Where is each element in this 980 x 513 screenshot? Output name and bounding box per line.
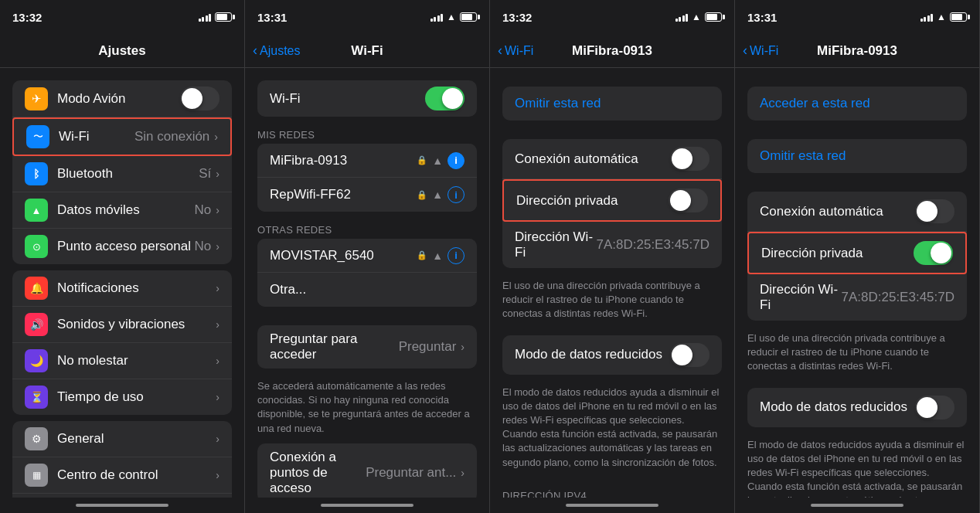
auto-conn-toggle[interactable] [670, 147, 709, 171]
low-data-toggle[interactable] [670, 343, 709, 367]
omit-row-4[interactable]: Omitir esta red [747, 139, 967, 173]
repwifi-icons: 🔒 ▲ i [417, 186, 464, 203]
dnd-label: No molestar [57, 353, 216, 369]
nav-title-4: MiFibra-0913 [817, 43, 897, 59]
hotspot-icon: ⊙ [25, 235, 48, 258]
settings-row-wifi[interactable]: 〜 Wi-Fi Sin conexión › [12, 117, 232, 156]
mifibra-back-btn[interactable]: ‹ Wi-Fi [498, 42, 533, 59]
settings-section-general: ⚙ General › ▦ Centro de control › AA Pan… [12, 421, 232, 498]
screen-time-chevron: › [216, 391, 219, 403]
wifi-icon-4: ▲ [937, 12, 946, 22]
battery-icon-2 [460, 12, 477, 22]
auto-conn-row-4[interactable]: Conexión automática [747, 192, 967, 232]
home-indicator-4 [811, 504, 903, 507]
toggle-knob [182, 88, 202, 109]
private-addr-row[interactable]: Dirección privada [502, 179, 722, 222]
access-section: Acceder a esta red [747, 87, 967, 121]
network-repwifi[interactable]: RepWifi-FF62 🔒 ▲ i [257, 178, 477, 212]
status-icons-2: ▲ [430, 12, 477, 22]
wifi-main-toggle[interactable] [425, 87, 464, 110]
control-icon: ▦ [25, 464, 48, 487]
settings-row-modo-avion[interactable]: ✈ Modo Avión [12, 80, 232, 117]
auto-conn-label: Conexión automática [515, 151, 670, 167]
battery-icon-3 [705, 12, 722, 22]
settings-scroll-1[interactable]: ✈ Modo Avión 〜 Wi-Fi Sin conexión › ᛒ [0, 68, 244, 498]
network-otra[interactable]: Otra... [257, 273, 477, 307]
settings-row-dnd[interactable]: 🌙 No molestar › [12, 343, 232, 379]
status-time-4: 13:31 [747, 11, 777, 24]
control-label: Centro de control [57, 467, 216, 483]
settings-row-screen-time[interactable]: ⏳ Tiempo de uso › [12, 379, 232, 415]
low-data-row[interactable]: Modo de datos reducidos [502, 335, 722, 375]
datos-icon: ▲ [25, 199, 48, 222]
low-data-row-4[interactable]: Modo de datos reducidos [747, 388, 967, 427]
status-bar-2: 13:31 ▲ [245, 0, 489, 34]
dnd-chevron: › [216, 355, 219, 367]
notif-label: Notificaciones [57, 280, 216, 296]
repwifi-info-btn[interactable]: i [447, 186, 464, 203]
access-row[interactable]: Acceder a esta red [747, 87, 967, 121]
hotspot-conn-row[interactable]: Conexión a puntos de acceso Preguntar an… [257, 443, 477, 498]
screen-time-label: Tiempo de uso [57, 389, 216, 405]
omit-link-4[interactable]: Omitir esta red [760, 148, 846, 164]
auto-conn-toggle-4[interactable] [915, 199, 954, 223]
mifibra-info-btn[interactable]: i [447, 152, 464, 169]
settings-row-control[interactable]: ▦ Centro de control › [12, 457, 232, 494]
mifibra-right-back-btn[interactable]: ‹ Wi-Fi [743, 42, 778, 59]
mifibra-lock: 🔒 [417, 155, 427, 165]
ask-join-row[interactable]: Preguntar para acceder Preguntar › [257, 325, 477, 369]
private-addr-row-4[interactable]: Dirección privada [747, 232, 967, 274]
datos-value: No [195, 202, 212, 218]
settings-row-datos[interactable]: ▲ Datos móviles No › [12, 192, 232, 229]
wifi-toggle-row[interactable]: Wi-Fi [257, 80, 477, 117]
low-data-section: Modo de datos reducidos [502, 335, 722, 375]
panel-mifibra-left: 13:32 ▲ ‹ Wi-Fi MiFibra-0913 Omitir esta… [490, 0, 735, 513]
home-indicator-3 [566, 504, 658, 507]
settings-row-general[interactable]: ⚙ General › [12, 421, 232, 457]
hotspot-conn-label: Conexión a puntos de acceso [270, 450, 366, 496]
settings-row-pantalla[interactable]: AA Pantalla y brillo › [12, 494, 232, 498]
network-mifibra[interactable]: MiFibra-0913 🔒 ▲ i [257, 144, 477, 178]
wifi-scroll[interactable]: Wi-Fi MIS REDES MiFibra-0913 🔒 ▲ i [245, 68, 489, 498]
access-link[interactable]: Acceder a esta red [760, 96, 870, 111]
signal-bar-3 [206, 15, 208, 22]
nav-title-1: Ajustes [98, 43, 145, 59]
back-label-3: Wi-Fi [505, 44, 533, 58]
settings-row-notif[interactable]: 🔔 Notificaciones › [12, 270, 232, 307]
back-label-2: Ajustes [260, 44, 300, 58]
general-icon: ⚙ [25, 427, 48, 450]
wifi-back-btn[interactable]: ‹ Ajustes [253, 42, 300, 59]
private-addr-toggle-4[interactable] [914, 241, 953, 265]
hotspot-chevron: › [216, 240, 219, 253]
omit-link[interactable]: Omitir esta red [515, 96, 601, 111]
settings-section-connectivity: ✈ Modo Avión 〜 Wi-Fi Sin conexión › ᛒ [12, 80, 232, 264]
dnd-icon: 🌙 [25, 349, 48, 372]
movistar-info-btn[interactable]: i [447, 247, 464, 264]
auto-conn-row[interactable]: Conexión automática [502, 139, 722, 179]
battery-icon-1 [215, 12, 232, 22]
otra-name: Otra... [270, 282, 464, 297]
movistar-name: MOVISTAR_6540 [270, 248, 417, 263]
private-note: El uso de una dirección privada contribu… [490, 274, 734, 329]
general-chevron: › [216, 433, 219, 445]
settings-row-hotspot[interactable]: ⊙ Punto acceso personal No › [12, 229, 232, 264]
network-movistar[interactable]: MOVISTAR_6540 🔒 ▲ i [257, 239, 477, 273]
movistar-lock: 🔒 [417, 250, 427, 260]
private-addr-toggle[interactable] [669, 189, 708, 212]
settings-row-bluetooth[interactable]: ᛒ Bluetooth Sí › [12, 156, 232, 192]
omit-row[interactable]: Omitir esta red [502, 87, 722, 121]
mifibra-scroll-right[interactable]: Acceder a esta red Omitir esta red Conex… [735, 68, 979, 498]
other-networks-label: OTRAS REDES [245, 218, 489, 239]
modo-avion-toggle[interactable] [180, 87, 219, 110]
settings-row-sound[interactable]: 🔊 Sonidos y vibraciones › [12, 307, 232, 343]
wifi-addr-label: Dirección Wi-Fi [515, 229, 597, 260]
low-data-toggle-4[interactable] [915, 396, 954, 420]
status-time-3: 13:32 [502, 11, 532, 24]
hotspot-label: Punto acceso personal [57, 239, 195, 254]
repwifi-signal: ▲ [432, 189, 443, 201]
sound-label: Sonidos y vibraciones [57, 317, 216, 332]
general-label: General [57, 431, 216, 447]
battery-fill-1 [216, 14, 227, 20]
nav-title-2: Wi-Fi [351, 43, 383, 59]
mifibra-scroll-left[interactable]: Omitir esta red Conexión automática Dire… [490, 68, 734, 498]
